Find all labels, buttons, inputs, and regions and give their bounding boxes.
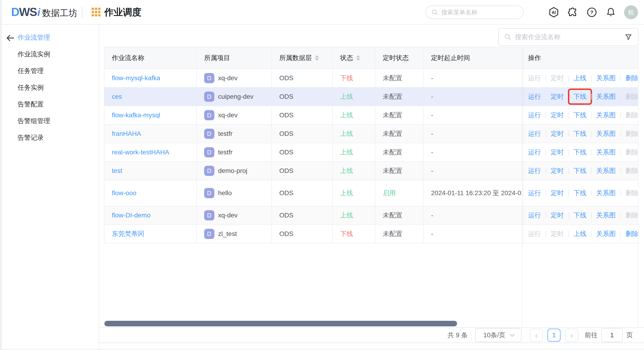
filter-funnel-icon[interactable]	[624, 33, 632, 41]
time-range-cell: -	[424, 106, 522, 124]
sort-caret-icon[interactable]	[356, 55, 360, 61]
column-header-3[interactable]: 所属数据层	[272, 47, 333, 69]
ai-assistant-icon[interactable]: AI	[548, 6, 560, 18]
action-divider	[620, 112, 621, 118]
schedule-action[interactable]: 定时	[551, 166, 564, 175]
menu-search-placeholder: 搜索菜单名称	[441, 8, 478, 16]
run-action[interactable]: 运行	[528, 129, 541, 138]
workflow-link[interactable]: flow-kafka-mysql	[112, 111, 160, 119]
graph-action[interactable]: 关系图	[596, 129, 616, 138]
run-action[interactable]: 运行	[528, 92, 541, 101]
graph-action[interactable]: 关系图	[596, 92, 616, 101]
run-action[interactable]: 运行	[528, 148, 541, 157]
status-badge: 上线	[340, 129, 353, 138]
schedule-action[interactable]: 定时	[551, 129, 564, 138]
data-layer-value: ODS	[279, 130, 294, 137]
time-range-cell: -	[424, 143, 522, 161]
workflow-link[interactable]: flow-ooo	[112, 189, 136, 197]
timer-status-cell: 未配置	[375, 143, 424, 161]
project-badge-icon: D	[204, 91, 214, 102]
graph-action[interactable]: 关系图	[596, 211, 616, 220]
online-action[interactable]: 上线	[574, 74, 586, 82]
sidebar-item-5[interactable]: 告警配置	[18, 96, 99, 113]
schedule-action[interactable]: 定时	[551, 92, 564, 101]
scrollbar-thumb[interactable]	[104, 321, 457, 326]
run-action[interactable]: 运行	[528, 211, 541, 220]
page-number-1[interactable]: 1	[548, 329, 560, 342]
timer-status-cell: 未配置	[375, 125, 424, 143]
schedule-action[interactable]: 定时	[551, 189, 564, 197]
time-range-cell: -	[424, 162, 522, 180]
data-layer-cell: ODS	[272, 106, 333, 124]
goto-page-input[interactable]: 1	[601, 328, 623, 342]
next-page-button[interactable]: ›	[565, 329, 578, 342]
sidebar-item-7[interactable]: 告警记录	[18, 129, 99, 146]
horizontal-scrollbar[interactable]	[104, 321, 638, 326]
graph-action[interactable]: 关系图	[596, 148, 616, 157]
graph-action[interactable]: 关系图	[596, 230, 616, 238]
offline-action[interactable]: 下线	[574, 211, 586, 220]
offline-action[interactable]: 下线	[574, 148, 586, 157]
workflow-link[interactable]: ces	[112, 93, 122, 100]
action-divider	[591, 149, 592, 155]
workflow-link[interactable]: test	[112, 167, 122, 175]
app-grid-icon[interactable]	[92, 8, 100, 16]
schedule-action[interactable]: 定时	[551, 211, 564, 220]
schedule-action: 定时	[551, 230, 564, 238]
offline-action[interactable]: 下线	[574, 129, 586, 138]
column-header-4[interactable]: 状态	[333, 47, 375, 69]
delete-action[interactable]: 删除	[626, 230, 638, 238]
run-action[interactable]: 运行	[528, 166, 541, 175]
page-size-select[interactable]: 10条/页	[475, 328, 522, 342]
schedule-action[interactable]: 定时	[551, 111, 564, 120]
timer-status-value: 启用	[383, 189, 396, 197]
graph-action[interactable]: 关系图	[596, 111, 616, 120]
notification-bell-icon[interactable]	[605, 6, 617, 18]
workflow-link[interactable]: franHAHA	[112, 130, 141, 137]
sort-caret-icon[interactable]	[315, 55, 319, 61]
sidebar-item-2[interactable]: 作业流实例	[18, 46, 99, 63]
project-badge-icon: D	[204, 166, 214, 176]
workflow-link[interactable]: real-work-testHAHA	[112, 149, 169, 156]
user-avatar[interactable]: 租	[624, 5, 638, 19]
sidebar-item-1[interactable]: 作业流管理	[18, 29, 99, 46]
sort-asc-icon	[356, 55, 360, 57]
delete-action[interactable]: 删除	[626, 74, 638, 82]
offline-action[interactable]: 下线	[574, 189, 586, 197]
workflow-link[interactable]: flow-DI-demo	[112, 212, 150, 219]
run-action: 运行	[528, 230, 541, 238]
graph-action[interactable]: 关系图	[596, 74, 616, 82]
run-action[interactable]: 运行	[528, 189, 541, 197]
time-range-value: 2024-01-11 16:23:20 至 2024-01-12	[431, 189, 522, 197]
help-icon[interactable]: ?	[586, 6, 598, 18]
graph-action[interactable]: 关系图	[596, 166, 616, 175]
column-header-1: 作业流名称	[104, 47, 197, 69]
brand-logo[interactable]: DWSi 数据工坊	[11, 5, 77, 19]
project-cell: Dcuipeng-dev	[197, 88, 272, 106]
time-range-cell: -	[424, 88, 522, 106]
run-action[interactable]: 运行	[528, 111, 541, 120]
workflow-link[interactable]: 东莞梵蒂冈	[112, 230, 144, 238]
online-action[interactable]: 上线	[574, 230, 586, 238]
back-arrow-button[interactable]	[5, 33, 15, 43]
prev-page-button[interactable]: ‹	[530, 329, 543, 342]
plugin-puzzle-icon[interactable]	[567, 6, 578, 18]
data-layer-cell: ODS	[272, 143, 333, 161]
offline-action[interactable]: 下线	[574, 92, 586, 101]
project-cell: Ddemo-proj	[197, 162, 272, 180]
offline-action[interactable]: 下线	[574, 166, 586, 175]
sidebar-item-4[interactable]: 任务实例	[18, 79, 99, 96]
menu-search-input[interactable]: 搜索菜单名称	[426, 5, 524, 19]
time-range-cell: 2024-01-11 16:23:20 至 2024-01-12	[424, 180, 522, 206]
workflow-link[interactable]: flow-mysql-kafka	[112, 74, 160, 82]
data-layer-cell: ODS	[272, 69, 333, 87]
schedule-action[interactable]: 定时	[551, 148, 564, 157]
project-name: hello	[218, 189, 232, 197]
offline-action[interactable]: 下线	[574, 111, 586, 120]
workflow-search-input[interactable]: 搜索作业流名称	[498, 28, 638, 46]
sidebar-item-3[interactable]: 任务管理	[18, 63, 99, 79]
graph-action[interactable]: 关系图	[596, 189, 616, 197]
action-divider	[568, 231, 569, 237]
sidebar-item-6[interactable]: 告警组管理	[18, 113, 99, 129]
action-divider	[620, 168, 621, 174]
